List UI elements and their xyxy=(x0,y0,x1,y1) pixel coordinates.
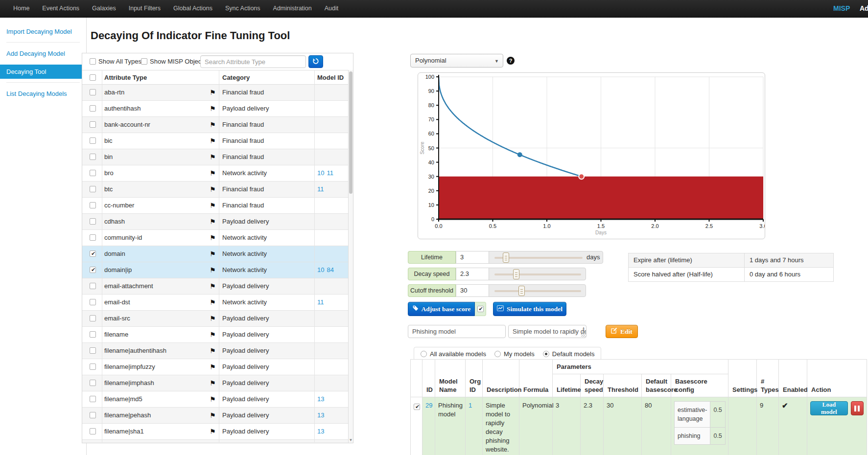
slider-track[interactable] xyxy=(494,290,581,292)
table-row[interactable]: cdhash ⚑ Payload delivery xyxy=(82,214,348,230)
row-checkbox[interactable] xyxy=(90,250,96,257)
radio-icon[interactable] xyxy=(543,351,549,357)
radio-option-all-available-models[interactable]: All available models xyxy=(421,350,486,358)
scrollbar-thumb[interactable] xyxy=(349,71,352,194)
slider-value-input[interactable]: 30 xyxy=(456,284,489,297)
table-row[interactable]: cc-number ⚑ Financial fraud xyxy=(82,198,348,214)
model-id-link[interactable]: 11 xyxy=(317,185,324,193)
table-row[interactable]: filename|sha1 ⚑ Payload delivery 13 xyxy=(82,424,348,440)
flag-icon[interactable]: ⚑ xyxy=(210,327,216,342)
models-header-default-basescore[interactable]: Default basescore xyxy=(642,374,671,397)
row-checkbox[interactable] xyxy=(90,380,96,386)
radio-option-my-models[interactable]: My models xyxy=(494,350,535,358)
nav-item-home[interactable]: Home xyxy=(7,0,36,17)
model-name-input[interactable] xyxy=(408,325,506,338)
slider-handle[interactable] xyxy=(513,269,519,279)
misp-logo[interactable]: MISP xyxy=(833,4,850,12)
model-id-link[interactable]: 13 xyxy=(317,428,324,435)
nav-user-menu[interactable]: Admin xyxy=(860,4,868,12)
row-checkbox[interactable] xyxy=(90,202,96,208)
flag-icon[interactable]: ⚑ xyxy=(210,246,216,262)
flag-icon[interactable]: ⚑ xyxy=(210,343,216,359)
models-header-types[interactable]: # Types xyxy=(757,360,779,397)
row-checkbox[interactable] xyxy=(90,137,96,144)
flag-icon[interactable]: ⚑ xyxy=(210,278,216,294)
column-header-category[interactable]: Category xyxy=(222,74,250,81)
slider-track[interactable] xyxy=(494,257,583,259)
models-header-org-id[interactable]: Org ID xyxy=(466,360,483,397)
table-row[interactable]: btc ⚑ Financial fraud 11 xyxy=(82,182,348,198)
model-id-link[interactable]: 10 xyxy=(317,266,324,273)
flag-icon[interactable]: ⚑ xyxy=(210,165,216,181)
nav-item-audit[interactable]: Audit xyxy=(318,0,345,17)
decay-chart[interactable]: 01020304050607080901000.00.51.01.52.02.5… xyxy=(418,72,765,239)
adjust-base-score-button[interactable]: Adjust base score xyxy=(408,302,475,316)
flag-icon[interactable]: ⚑ xyxy=(210,149,216,165)
sidebar-item-import-decaying-model[interactable]: Import Decaying Model xyxy=(0,24,86,39)
nav-item-administration[interactable]: Administration xyxy=(267,0,318,17)
flag-icon[interactable]: ⚑ xyxy=(210,262,216,278)
flag-icon[interactable]: ⚑ xyxy=(210,230,216,246)
load-model-button[interactable]: Load model xyxy=(810,401,848,415)
radio-icon[interactable] xyxy=(421,351,427,357)
row-checkbox[interactable] xyxy=(90,186,96,192)
row-checkbox[interactable] xyxy=(90,267,96,273)
pause-model-button[interactable] xyxy=(851,401,864,415)
flag-icon[interactable]: ⚑ xyxy=(210,391,216,407)
models-header-enabled[interactable]: Enabled xyxy=(779,360,807,397)
model-id-link[interactable]: 11 xyxy=(317,298,324,306)
row-checkbox[interactable] xyxy=(90,218,96,225)
flag-icon[interactable]: ⚑ xyxy=(210,295,216,310)
row-checkbox[interactable] xyxy=(90,105,96,112)
table-row[interactable]: filename|impfuzzy ⚑ Payload delivery xyxy=(82,359,348,375)
table-row[interactable]: filename|imphash ⚑ Payload delivery xyxy=(82,375,348,391)
table-row[interactable]: domain ⚑ Network activity xyxy=(82,246,348,262)
flag-icon[interactable]: ⚑ xyxy=(210,133,216,149)
radio-icon[interactable] xyxy=(494,351,501,357)
row-checkbox[interactable] xyxy=(90,331,96,338)
models-header-formula[interactable]: Formula xyxy=(519,360,553,397)
row-checkbox[interactable] xyxy=(90,234,96,241)
help-icon[interactable]: ? xyxy=(507,57,515,65)
table-row[interactable]: authentihash ⚑ Payload delivery xyxy=(82,101,348,117)
slider-handle[interactable] xyxy=(518,286,525,296)
row-checkbox[interactable] xyxy=(90,347,96,354)
models-header-name[interactable]: Model Name xyxy=(435,360,466,397)
table-row[interactable]: email-dst ⚑ Network activity 11 xyxy=(82,295,348,311)
sidebar-item-decaying-tool[interactable]: Decaying Tool xyxy=(0,65,86,79)
row-checkbox[interactable] xyxy=(90,154,96,160)
show-all-types-checkbox[interactable] xyxy=(90,58,96,65)
row-checkbox[interactable] xyxy=(90,121,96,128)
refresh-button[interactable] xyxy=(308,55,323,68)
table-row[interactable]: bank-account-nr ⚑ Financial fraud xyxy=(82,117,348,133)
row-checkbox[interactable] xyxy=(90,396,96,402)
table-row[interactable]: email-src ⚑ Payload delivery xyxy=(82,311,348,327)
table-row[interactable]: bic ⚑ Financial fraud xyxy=(82,133,348,149)
flag-icon[interactable]: ⚑ xyxy=(210,117,216,133)
row-checkbox[interactable] xyxy=(90,283,96,289)
slider-value-input[interactable]: 3 xyxy=(456,251,489,264)
flag-icon[interactable]: ⚑ xyxy=(210,101,216,116)
table-row[interactable]: bin ⚑ Financial fraud xyxy=(82,149,348,165)
model-id-link[interactable]: 13 xyxy=(317,411,324,419)
nav-item-input-filters[interactable]: Input Filters xyxy=(122,0,167,17)
table-row[interactable]: domain|ip ⚑ Network activity 1084 xyxy=(82,262,348,278)
spinner-arrows-icon[interactable]: ▲▼ xyxy=(582,327,585,332)
flag-icon[interactable]: ⚑ xyxy=(210,408,216,423)
models-header-threshold[interactable]: Threshold xyxy=(604,374,642,397)
models-header-lifetime[interactable]: Lifetime xyxy=(553,374,581,397)
simulate-model-button[interactable]: Simulate this model xyxy=(493,302,566,316)
column-header-model-id[interactable]: Model ID xyxy=(317,74,344,81)
show-misp-objects-checkbox[interactable] xyxy=(141,58,147,65)
table-row[interactable]: email-attachment ⚑ Payload delivery xyxy=(82,278,348,295)
row-checkbox[interactable] xyxy=(90,412,96,418)
table-row[interactable]: bro ⚑ Network activity 1011 xyxy=(82,165,348,182)
row-checkbox[interactable] xyxy=(90,170,96,176)
flag-icon[interactable]: ⚑ xyxy=(210,424,216,439)
flag-icon[interactable]: ⚑ xyxy=(210,198,216,213)
table-row[interactable]: filename|md5 ⚑ Payload delivery 13 xyxy=(82,391,348,408)
row-checkbox[interactable] xyxy=(90,299,96,305)
models-header-settings[interactable]: Settings xyxy=(728,360,757,397)
model-id-link[interactable]: 84 xyxy=(327,266,333,273)
select-all-checkbox[interactable] xyxy=(90,74,96,81)
